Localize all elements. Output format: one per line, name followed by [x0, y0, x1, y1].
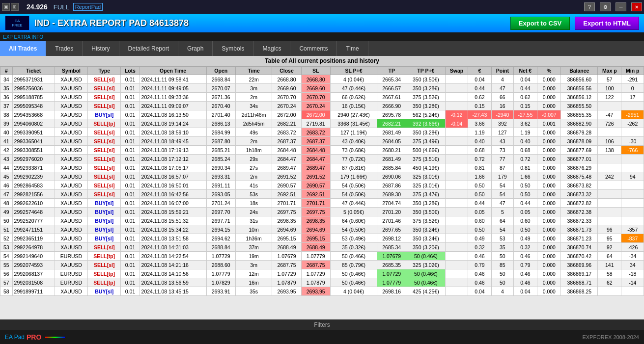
table-row[interactable]: 492992574648XAUUSDBUY[sl]0.012024.11.08 …: [0, 208, 644, 216]
cell-net: 0.46: [513, 278, 537, 287]
table-row[interactable]: 342995371931XAUUSDSELL[sl]0.012024.11.11…: [0, 75, 644, 84]
cell-tpp: 350 (3.24€): [406, 225, 446, 234]
cell-: 0.32: [468, 243, 491, 252]
cell-slp: 179 (1.66€): [330, 172, 377, 181]
cell-minp: -357: [621, 225, 644, 234]
table-row[interactable]: 472992821556XAUUSDSELL[sl]0.012024.11.08…: [0, 190, 644, 199]
cell-close: 2690.57: [272, 181, 301, 190]
cell-tpp: 375 (3.49€): [406, 137, 446, 146]
cell-point: 54: [492, 181, 514, 190]
cell-symbol: XAUUSD: [55, 75, 88, 84]
cell-open: 2688.60: [206, 261, 235, 269]
cell-type: SELL[sl]: [88, 163, 121, 172]
cell-symbol: XAUUSD: [55, 225, 88, 234]
cell-: 0.46: [468, 252, 491, 261]
cell-minp: -837: [621, 234, 644, 243]
tab-all-trades[interactable]: All Trades: [0, 41, 46, 56]
table-row[interactable]: 402993390951XAUUSDSELL[sl]0.012024.11.08…: [0, 128, 644, 137]
cell-tpp: 500 (4.66€): [406, 146, 446, 155]
table-wrapper[interactable]: #TicketSymbolTypeLotsOpen TimeOpenTimeCl…: [0, 66, 644, 319]
settings-button[interactable]: ⚙: [600, 2, 611, 11]
cell-close: 2683.72: [272, 128, 301, 137]
cell-close: 2689.47: [272, 163, 301, 172]
icon-1[interactable]: ▣: [2, 3, 10, 11]
cell-symbol: XAUUSD: [55, 181, 88, 190]
table-row[interactable]: 372995095348XAUUSDSELL[sl]0.012024.11.11…: [0, 102, 644, 110]
cell-: 0.000: [537, 155, 561, 163]
cell-tp: 1.07679: [377, 252, 406, 261]
cell-: 0.000: [537, 243, 561, 252]
table-row[interactable]: 552992074593XAUUSDSELL[sl]0.012024.11.08…: [0, 261, 644, 269]
table-row[interactable]: 352995256036XAUUSDSELL[sl]0.012024.11.11…: [0, 84, 644, 93]
cell-net: 0.40: [513, 137, 537, 146]
tab-history[interactable]: History: [83, 41, 119, 56]
cell-type: SELL[tp]: [88, 119, 121, 128]
tab-symbols[interactable]: Symbols: [213, 41, 253, 56]
cell-tp: 2681.49: [377, 128, 406, 137]
cell-ticket: 2992520777: [12, 216, 55, 225]
table-row[interactable]: 522992365119XAUUSDBUY[sl]0.012024.11.08 …: [0, 234, 644, 243]
cell-: 0.000: [537, 287, 561, 296]
cell-ticket: 2992864583: [12, 181, 55, 190]
table-row[interactable]: 512992471151XAUUSDBUY[sl]0.012024.11.08 …: [0, 225, 644, 234]
cell-type: SELL[sl]: [88, 93, 121, 102]
table-row[interactable]: 442992933871XAUUSDSELL[sl]0.012024.11.08…: [0, 163, 644, 172]
cell-minp: 94: [621, 172, 644, 181]
table-row[interactable]: 462992864583XAUUSDSELL[sl]0.012024.11.08…: [0, 181, 644, 190]
cell-tp: 2704.74: [377, 199, 406, 208]
cell-time: 3m: [235, 261, 272, 269]
table-row[interactable]: 502992520777XAUUSDBUY[sl]0.012024.11.08 …: [0, 216, 644, 225]
cell-symbol: XAUUSD: [55, 208, 88, 216]
cell-minp: -30: [621, 137, 644, 146]
table-row[interactable]: 572992031508EURUSDSELL[tp]0.012024.11.08…: [0, 278, 644, 287]
table-row[interactable]: 482992622610XAUUSDBUY[sl]0.012024.11.08 …: [0, 199, 644, 208]
cell-time: 22m: [235, 75, 272, 84]
cell-swap: [446, 102, 468, 110]
tab-trades[interactable]: Trades: [46, 41, 83, 56]
tab-detailed-report[interactable]: Detailed Report: [119, 41, 178, 56]
table-row[interactable]: 562992068137EURUSDSELL[tp]0.012024.11.08…: [0, 269, 644, 278]
export-csv-button[interactable]: Export to CSV: [510, 17, 570, 30]
cell-point: 47: [492, 84, 514, 93]
cell-tpp: 50 (0.46€): [406, 278, 446, 287]
table-row[interactable]: 412993365041XAUUSDSELL[sl]0.012024.11.08…: [0, 137, 644, 146]
cell-lots: 0.01: [121, 110, 140, 119]
cell-: 0.000: [537, 234, 561, 243]
cell-type: SELL[sl]: [88, 146, 121, 155]
minimize-button[interactable]: ─: [616, 2, 626, 11]
icon-2[interactable]: ⊞: [11, 3, 19, 11]
cell-point: 4: [492, 287, 514, 296]
cell-maxp: [598, 102, 621, 110]
close-button[interactable]: ✕: [631, 2, 642, 11]
cell-swap: -0.04: [446, 119, 468, 128]
table-row[interactable]: 582991899711XAUUSDBUY[sl]0.012024.11.08 …: [0, 287, 644, 296]
col-header-lots: Lots: [121, 67, 140, 75]
cell-lots: 0.01: [121, 75, 140, 84]
tab-comments[interactable]: Comments: [290, 41, 337, 56]
table-row[interactable]: 532992264978XAUUSDSELL[sl]0.012024.11.08…: [0, 243, 644, 252]
cell-tp: 2680.21: [377, 146, 406, 155]
help-button[interactable]: ?: [584, 2, 595, 11]
table-row[interactable]: 422993308551XAUUSDSELL[sl]0.012024.11.08…: [0, 146, 644, 155]
table-row[interactable]: 382994353668XAUUSDBUY[sl]0.012024.11.08 …: [0, 110, 644, 119]
cell-maxp: 122: [598, 93, 621, 102]
cell-: 42: [0, 146, 13, 155]
cell-close: 2687.37: [272, 137, 301, 146]
table-row[interactable]: 432992976020XAUUSDSELL[sl]0.012024.11.08…: [0, 155, 644, 163]
cell-open: 2670.07: [206, 84, 235, 93]
cell-net: 0.44: [513, 84, 537, 93]
table-row[interactable]: 542992149640EURUSDSELL[tp]0.012024.11.08…: [0, 252, 644, 261]
tab-magics[interactable]: Magics: [253, 41, 290, 56]
tab-time[interactable]: Time: [337, 41, 368, 56]
table-row[interactable]: 392994060802XAUUSDSELL[tp]0.012024.11.08…: [0, 119, 644, 128]
cell-close: 1.07679: [272, 252, 301, 261]
export-html-button[interactable]: Export to HTML: [575, 17, 639, 30]
tab-graph[interactable]: Graph: [178, 41, 213, 56]
cell-symbol: XAUUSD: [55, 84, 88, 93]
cell-net: 0.60: [513, 216, 537, 225]
table-row[interactable]: 362995188785XAUUSDSELL[sl]0.012024.11.11…: [0, 93, 644, 102]
cell-opentime: 2024.11.08 19:14:24: [140, 119, 206, 128]
cell-: 0.000: [537, 102, 561, 110]
table-row[interactable]: 452992902239XAUUSDSELL[sl]0.012024.11.08…: [0, 172, 644, 181]
cell-time: 34s: [235, 102, 272, 110]
